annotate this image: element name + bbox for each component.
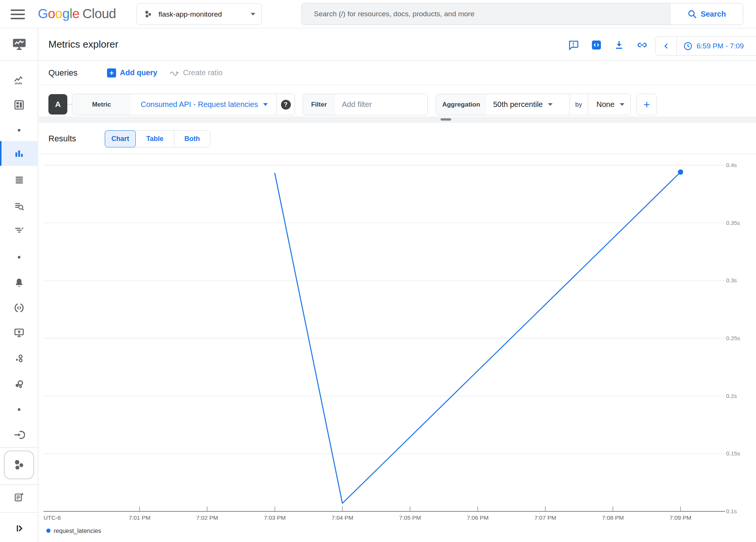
sidebar-item-release-notes[interactable] bbox=[0, 486, 38, 508]
menu-icon[interactable] bbox=[11, 9, 25, 19]
sidebar-item-log-search[interactable] bbox=[0, 195, 38, 218]
svg-text:7:03 PM: 7:03 PM bbox=[264, 514, 286, 521]
project-hexagons-icon bbox=[143, 9, 153, 19]
metric-selector: Metric Consumed API - Request latencies … bbox=[72, 94, 295, 115]
svg-text:0.4s: 0.4s bbox=[726, 162, 737, 168]
metric-value: Consumed API - Request latencies bbox=[141, 100, 258, 109]
filter-input[interactable] bbox=[335, 100, 427, 109]
sidebar-item-hexagons-button[interactable] bbox=[4, 451, 34, 479]
tune-lines-icon bbox=[14, 225, 25, 237]
svg-text:7:08 PM: 7:08 PM bbox=[602, 514, 624, 521]
sidebar-item-integrations[interactable] bbox=[0, 423, 38, 446]
tab-chart[interactable]: Chart bbox=[105, 130, 136, 147]
dot-icon bbox=[18, 129, 20, 132]
code-view-button[interactable] bbox=[590, 38, 603, 52]
sidebar-item-dot-3[interactable] bbox=[0, 399, 38, 420]
note-sparkle-icon bbox=[13, 491, 25, 503]
query-badge[interactable]: A bbox=[48, 94, 67, 115]
top-bar: GoogleCloud flask-app-monitored Search bbox=[0, 0, 756, 28]
line-chart-icon bbox=[13, 74, 25, 86]
feedback-icon bbox=[568, 39, 579, 51]
add-aggregation-button[interactable]: + bbox=[636, 94, 657, 115]
queries-title: Queries bbox=[48, 60, 78, 85]
sidebar-item-monitoring-home[interactable] bbox=[0, 28, 38, 60]
bell-icon bbox=[13, 277, 25, 289]
logo-google-word: Google bbox=[38, 6, 79, 21]
time-range-button[interactable]: 6:59 PM - 7:09 bbox=[677, 41, 744, 51]
sidebar-expand-button[interactable] bbox=[0, 517, 38, 540]
chevron-down-icon bbox=[548, 103, 553, 106]
create-ratio-button[interactable]: Create ratio bbox=[169, 60, 223, 85]
sidebar-item-overview[interactable] bbox=[0, 68, 38, 91]
search-icon bbox=[687, 9, 697, 19]
project-selector[interactable]: flask-app-monitored bbox=[137, 3, 262, 25]
page-title: Metrics explorer bbox=[48, 28, 118, 60]
logo-cloud-word: Cloud bbox=[82, 6, 116, 21]
connector-line bbox=[67, 104, 72, 105]
aggregation-label: Aggregation bbox=[436, 94, 486, 115]
resize-handle[interactable] bbox=[441, 118, 451, 121]
svg-text:UTC-6: UTC-6 bbox=[43, 514, 61, 521]
tab-both[interactable]: Both bbox=[174, 131, 210, 147]
sidebar-item-groups[interactable] bbox=[0, 347, 38, 370]
metric-help-button[interactable]: ? bbox=[277, 94, 295, 115]
svg-text:request_latencies: request_latencies bbox=[54, 528, 101, 534]
search-button[interactable]: Search bbox=[670, 3, 743, 25]
sidebar-item-log-list[interactable] bbox=[0, 169, 38, 192]
aggregation-value: 50th percentile bbox=[493, 100, 543, 109]
svg-text:0.1s: 0.1s bbox=[726, 508, 737, 514]
feedback-button[interactable] bbox=[567, 38, 580, 52]
add-query-button[interactable]: + Add query bbox=[107, 60, 157, 85]
search-bar: Search bbox=[301, 3, 743, 25]
tab-table[interactable]: Table bbox=[136, 131, 174, 147]
ratio-arrow-icon bbox=[169, 68, 180, 77]
hexagons-icon bbox=[12, 458, 26, 472]
share-link-button[interactable] bbox=[635, 38, 649, 52]
arrow-target-icon bbox=[13, 429, 25, 441]
svg-text:0.3s: 0.3s bbox=[726, 277, 737, 283]
link-icon bbox=[636, 39, 648, 51]
sidebar-item-alerting[interactable] bbox=[0, 271, 38, 294]
plus-icon: + bbox=[107, 68, 116, 77]
svg-text:7:04 PM: 7:04 PM bbox=[332, 514, 354, 521]
sidebar-divider bbox=[0, 512, 38, 513]
sidebar-item-dot-1[interactable] bbox=[0, 119, 38, 141]
sidebar-item-services[interactable] bbox=[0, 373, 38, 395]
add-query-label: Add query bbox=[120, 68, 157, 77]
svg-text:0.2s: 0.2s bbox=[726, 393, 737, 399]
bubbles-icon bbox=[13, 378, 25, 390]
collapse-time-panel-button[interactable] bbox=[656, 37, 677, 55]
metric-dropdown[interactable]: Consumed API - Request latencies bbox=[131, 94, 276, 115]
latency-line-chart: 0.4s0.35s0.3s0.25s0.2s0.15s0.1s7:01 PM7:… bbox=[39, 154, 756, 542]
sidebar-item-metrics-explorer[interactable] bbox=[0, 142, 38, 165]
sidebar-item-uptime-checks[interactable] bbox=[0, 296, 38, 319]
dashboard-icon bbox=[13, 99, 25, 111]
results-view-toggle: Chart Table Both bbox=[105, 130, 210, 147]
sidebar-item-dashboards[interactable] bbox=[0, 93, 38, 116]
search-input[interactable] bbox=[302, 10, 670, 18]
query-panel-footer bbox=[39, 116, 756, 123]
svg-text:7:05 PM: 7:05 PM bbox=[399, 514, 421, 521]
chevron-down-icon bbox=[620, 103, 624, 106]
monitoring-logo-icon bbox=[11, 37, 27, 52]
dot-icon bbox=[18, 256, 20, 259]
monitor-arrow-icon bbox=[13, 327, 25, 339]
queries-row: Queries + Add query Create ratio bbox=[39, 60, 756, 85]
aggregation-control: Aggregation 50th percentile by None bbox=[436, 94, 631, 115]
aggregation-dropdown[interactable]: 50th percentile bbox=[486, 94, 569, 115]
svg-text:7:09 PM: 7:09 PM bbox=[670, 514, 692, 521]
circles-icon bbox=[13, 353, 25, 364]
main-content: Metrics explorer bbox=[39, 28, 756, 542]
code-icon bbox=[591, 39, 602, 51]
by-label: by bbox=[570, 94, 588, 115]
filter-control: Filter bbox=[303, 94, 428, 115]
expand-icon bbox=[14, 523, 25, 534]
create-ratio-label: Create ratio bbox=[183, 68, 223, 77]
sidebar-divider bbox=[0, 485, 38, 485]
sidebar-item-tracing[interactable] bbox=[0, 220, 38, 242]
sidebar-item-vm-monitoring[interactable] bbox=[0, 321, 38, 344]
sidebar-item-dot-2[interactable] bbox=[0, 246, 38, 268]
group-by-dropdown[interactable]: None bbox=[588, 94, 630, 115]
download-button[interactable] bbox=[612, 38, 626, 52]
google-cloud-logo: GoogleCloud bbox=[38, 6, 116, 21]
